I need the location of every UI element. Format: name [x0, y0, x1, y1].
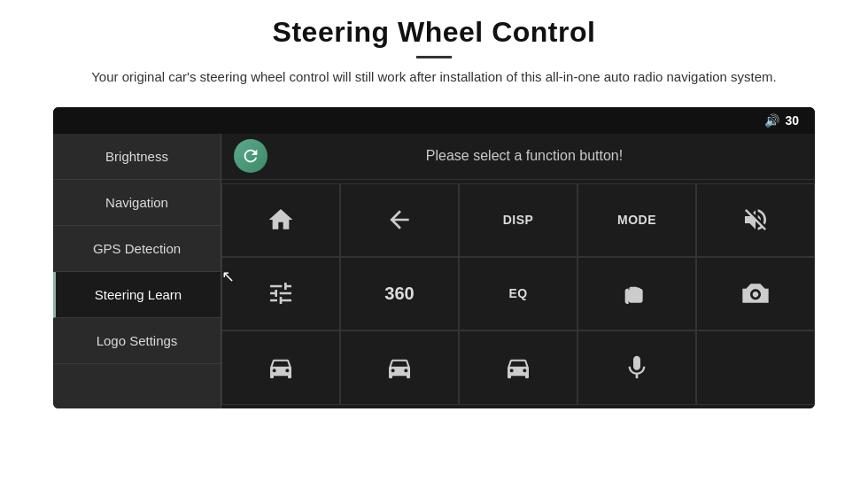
- function-bar: Please select a function button!: [221, 134, 815, 180]
- grid-car1-button[interactable]: [221, 330, 340, 404]
- camera2-icon: [741, 279, 770, 307]
- grid-home-button[interactable]: [221, 183, 340, 257]
- car-ui-panel: 🔊 30 Brightness Navigation GPS Detection…: [53, 107, 815, 408]
- car-content: Brightness Navigation GPS Detection Stee…: [53, 134, 815, 408]
- home-icon: [267, 206, 295, 234]
- refresh-button[interactable]: [234, 139, 267, 173]
- grid-eq-button[interactable]: EQ: [459, 257, 577, 330]
- grid-back-button[interactable]: [340, 183, 459, 257]
- grid-empty-cell: [696, 330, 815, 404]
- mute-icon: [741, 206, 770, 234]
- main-panel: Please select a function button!: [221, 134, 815, 408]
- back-icon: [385, 206, 414, 234]
- eq-label: EQ: [508, 286, 527, 300]
- subtitle: Your original car's steering wheel contr…: [91, 67, 777, 88]
- car3-icon: [504, 354, 532, 382]
- button-grid: DISP MODE: [221, 180, 815, 408]
- 360-label: 360: [384, 284, 414, 304]
- grid-360-button[interactable]: 360: [340, 257, 459, 330]
- grid-disp-button[interactable]: DISP: [459, 183, 577, 257]
- car2-icon: [385, 354, 414, 382]
- grid-car2-button[interactable]: [340, 330, 459, 404]
- grid-mode-button[interactable]: MODE: [577, 183, 696, 257]
- sidebar-item-steering[interactable]: Steering Learn: [53, 272, 221, 318]
- grid-mute-button[interactable]: [696, 183, 815, 257]
- volume-icon: 🔊: [764, 113, 779, 128]
- page-title: Steering Wheel Control: [91, 16, 777, 49]
- grid-camera1-button[interactable]: [577, 257, 696, 330]
- sidebar-item-logo[interactable]: Logo Settings: [53, 318, 221, 364]
- grid-tune-button[interactable]: [221, 257, 340, 330]
- sidebar: Brightness Navigation GPS Detection Stee…: [53, 134, 221, 408]
- mode-label: MODE: [617, 213, 656, 227]
- tune-icon: [267, 279, 295, 307]
- function-label: Please select a function button!: [280, 148, 802, 164]
- grid-car3-button[interactable]: [459, 330, 577, 404]
- refresh-icon: [241, 146, 260, 166]
- mic-icon: [623, 354, 651, 382]
- sidebar-item-navigation[interactable]: Navigation: [53, 180, 221, 226]
- car1-icon: [267, 354, 295, 382]
- sidebar-item-brightness[interactable]: Brightness: [53, 134, 221, 180]
- title-divider: [416, 56, 452, 58]
- status-bar: 🔊 30: [53, 107, 815, 134]
- volume-value: 30: [785, 113, 799, 128]
- grid-mic-button[interactable]: [577, 330, 696, 404]
- grid-camera2-button[interactable]: [696, 257, 815, 330]
- sidebar-item-gps[interactable]: GPS Detection: [53, 226, 221, 272]
- disp-label: DISP: [503, 213, 534, 227]
- camera1-icon: [623, 279, 651, 307]
